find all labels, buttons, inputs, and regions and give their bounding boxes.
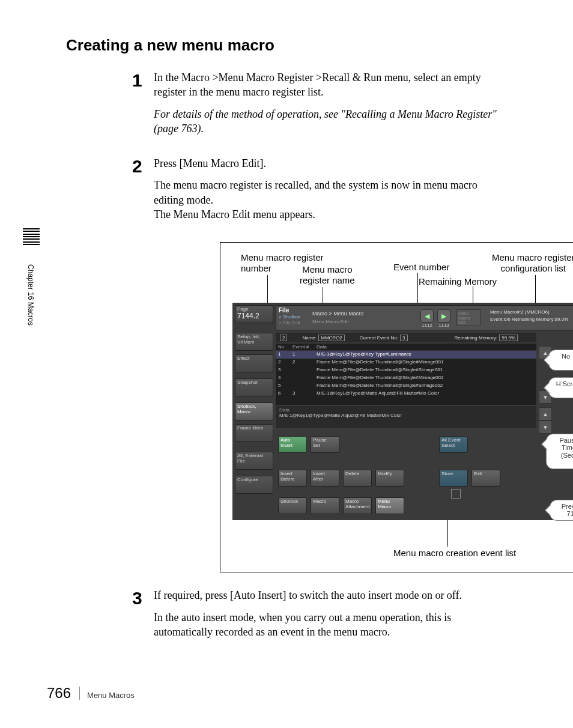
sidebar-setup[interactable]: Setup, Init, VKMem bbox=[235, 333, 273, 351]
step-2-text-3: The Menu Macro Edit menu appears. bbox=[154, 207, 507, 222]
ui-screenshot: Page 7144.2 Setup, Init, VKMem Effect Sn… bbox=[232, 303, 573, 520]
side-tab-text: Chapter 16 Macros bbox=[26, 264, 35, 326]
sidebar-frame-mem[interactable]: Frame Mem bbox=[235, 424, 273, 442]
sidebar-snapshot[interactable]: Snapshot bbox=[235, 378, 273, 396]
step-1-text-2: For details of the method of operation, … bbox=[154, 107, 507, 136]
figure-menu-macro-edit: Menu macro registernumber Menu macroregi… bbox=[220, 242, 573, 572]
step-2: 2 Press [Menu Macro Edit]. The menu macr… bbox=[132, 156, 507, 229]
delete-button[interactable]: Delete bbox=[343, 470, 372, 487]
event-row[interactable]: 3Frame Mem@File@Delete Thumbnail@Single#… bbox=[276, 366, 536, 374]
step-2-number: 2 bbox=[132, 156, 154, 229]
side-tab-bars-icon bbox=[23, 228, 40, 245]
insert-after-button[interactable]: InsertAfter bbox=[311, 470, 339, 487]
status-register-no: 2 bbox=[280, 335, 287, 341]
page-indicator: Page 7144.2 bbox=[235, 305, 273, 323]
all-event-select-button[interactable]: All EventSelect bbox=[439, 436, 468, 453]
step-3-text-1: If required, press [Auto Insert] to swit… bbox=[154, 588, 507, 602]
tab-macro-attachment[interactable]: MacroAttachment bbox=[343, 497, 372, 514]
step-3-text-2: In the auto insert mode, when you carry … bbox=[154, 610, 507, 640]
bubble-prev: Prev 7141 bbox=[550, 500, 573, 520]
auto-insert-button[interactable]: AutoInsert bbox=[278, 436, 307, 453]
shotbox-link[interactable]: > Shotbox bbox=[279, 314, 300, 320]
sidebar-configure[interactable]: Configure bbox=[235, 476, 273, 494]
event-row[interactable]: 22Frame Mem@File@Delete Thumbnail@Single… bbox=[276, 359, 536, 366]
insert-before-button[interactable]: InsertBefore bbox=[278, 470, 307, 487]
bubble-pause-time: Pause Time(Sec) 0.1 bbox=[546, 434, 573, 469]
label-config-list: Menu macro registerconfiguration list bbox=[492, 252, 573, 274]
data-scroll-down-icon[interactable]: ▼ bbox=[539, 420, 552, 434]
col-event: Event # bbox=[293, 344, 317, 350]
sidebar-shotbox-macro[interactable]: Shotbox, Macro bbox=[235, 402, 273, 420]
nav-next-icon[interactable]: ▶ bbox=[437, 309, 450, 323]
nav-next-page: 1113 bbox=[438, 323, 449, 328]
section-heading: Creating a new menu macro bbox=[66, 36, 507, 55]
col-data: Data bbox=[317, 344, 327, 350]
data-scroll-up-icon[interactable]: ▲ bbox=[539, 407, 552, 420]
file-label: File bbox=[279, 307, 309, 314]
sidebar-all-external[interactable]: All, External File bbox=[235, 452, 273, 470]
info-event-memory: Event:6/6 Remaining Memory:99.0% bbox=[490, 317, 568, 322]
event-row[interactable]: 4Frame Mem@File@Delete Thumbnail@Single#… bbox=[276, 374, 536, 382]
step-1-text-1: In the Macro >Menu Macro Register >Recal… bbox=[154, 70, 507, 100]
info-register: Menu Macro#:2 (MMCRO6) bbox=[490, 309, 550, 315]
file-edit-link[interactable]: > File Edit bbox=[279, 320, 300, 326]
menu-macro-edit-button[interactable]: MenuMacroEdit bbox=[456, 309, 481, 326]
step-1-number: 1 bbox=[132, 70, 154, 143]
event-row[interactable]: 5Frame Mem@File@Delete Thumbnail@Single#… bbox=[276, 382, 536, 390]
data-bar-label: Data bbox=[279, 407, 533, 413]
step-2-text-1: Press [Menu Macro Edit]. bbox=[154, 156, 507, 171]
topbar: File > Shotbox > File Edit Macro > Menu … bbox=[276, 305, 573, 330]
data-bar-value: M/E-1@Key1@Type@Matte Adjust@Fill Matte#… bbox=[279, 413, 533, 418]
status-name: MMCRO2 bbox=[318, 335, 345, 341]
breadcrumb-2: Menu Macro Edit bbox=[312, 319, 348, 324]
step-3: 3 If required, press [Auto Insert] to sw… bbox=[132, 588, 507, 646]
step-3-number: 3 bbox=[132, 588, 154, 646]
tab-macro[interactable]: Macro bbox=[311, 497, 339, 514]
label-creation-list: Menu macro creation event list bbox=[393, 548, 516, 559]
step-2-text-2: The menu macro register is recalled, and… bbox=[154, 178, 507, 207]
nav-prev-page: 1112 bbox=[422, 323, 432, 328]
event-list[interactable]: No Event # Data 11M/E-1@Key1@Type@Key Ty… bbox=[276, 344, 536, 405]
tab-menu-macro[interactable]: Menu Macro bbox=[375, 497, 404, 514]
sidebar-effect[interactable]: Effect bbox=[235, 354, 273, 372]
store-button[interactable]: Store bbox=[439, 470, 468, 487]
label-register-name: Menu macroregister name bbox=[300, 264, 355, 286]
footer: 766 Menu Macros bbox=[47, 685, 135, 702]
nav-prev-icon[interactable]: ◀ bbox=[420, 309, 434, 323]
bubble-hscroll: H Scroll 1 bbox=[548, 377, 573, 398]
exit-button[interactable]: Exit bbox=[471, 470, 500, 487]
status-remaining-memory: 99.9% bbox=[499, 335, 518, 341]
keypad-icon[interactable] bbox=[451, 489, 461, 499]
label-remaining-memory: Remaining Memory bbox=[419, 276, 497, 287]
page-number: 766 bbox=[47, 685, 71, 702]
data-bar: Data M/E-1@Key1@Type@Matte Adjust@Fill M… bbox=[276, 406, 536, 428]
bubble-no: No 6 bbox=[548, 350, 573, 370]
side-tab: Chapter 16 Macros bbox=[24, 228, 38, 354]
step-1: 1 In the Macro >Menu Macro Register >Rec… bbox=[132, 70, 507, 143]
status-bar: 2 Name: MMCRO2 Current Event No: 3 Remai… bbox=[276, 333, 536, 342]
status-current-event: 3 bbox=[400, 335, 407, 341]
breadcrumb-1: Macro > Menu Macro bbox=[312, 311, 363, 317]
event-row[interactable]: 11M/E-1@Key1@Type@Key Type#Luminance bbox=[276, 351, 536, 359]
pause-set-button[interactable]: PauseSet bbox=[311, 436, 339, 453]
modify-button[interactable]: Modify bbox=[375, 470, 404, 487]
label-event-number: Event number bbox=[393, 262, 449, 273]
footer-chapter: Menu Macros bbox=[87, 691, 135, 700]
col-no: No bbox=[278, 344, 293, 350]
tab-shotbox[interactable]: Shotbox bbox=[278, 497, 307, 514]
event-row[interactable]: 63M/E-1@Key1@Type@Matte Adjust@Fill Matt… bbox=[276, 390, 536, 398]
